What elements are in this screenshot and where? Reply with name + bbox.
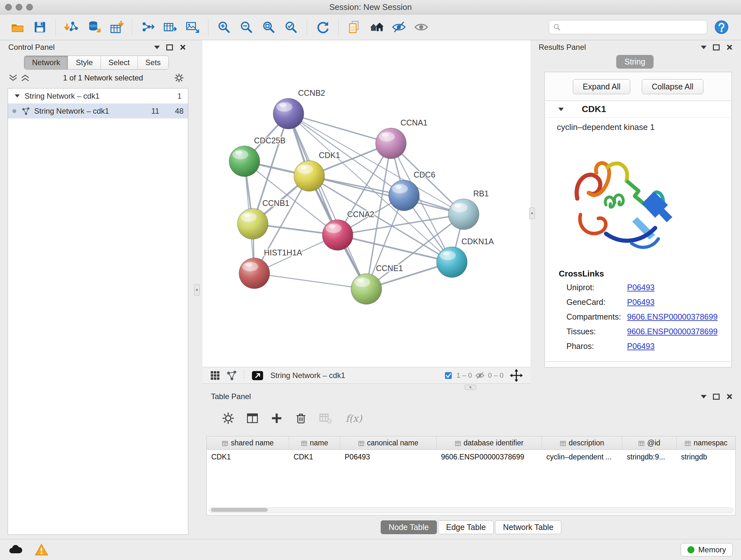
panel-menu-icon[interactable] [701,395,706,398]
function-builder-icon[interactable]: f(x) [346,413,362,424]
network-edge-CCNB2-CCNA1[interactable] [288,114,391,143]
tab-edge-table[interactable]: Edge Table [438,520,494,534]
table-cell[interactable]: stringdb [677,453,736,461]
hidden-elements-icon[interactable] [475,371,485,380]
panel-float-icon[interactable] [713,44,720,51]
network-edge-CDK1-RB1[interactable] [309,176,464,214]
tab-network-table[interactable]: Network Table [495,520,561,534]
column-header-canonical-name[interactable]: canonical name [340,436,436,449]
network-node-CDC25B[interactable]: CDC25B [229,136,286,177]
network-node-CCNB1[interactable]: CCNB1 [238,199,289,239]
crosslink-link[interactable]: P06493 [627,283,655,292]
panel-close-icon[interactable] [179,44,186,51]
tab-string[interactable]: String [616,55,654,69]
network-edge-CCNB2-CCNE1[interactable] [288,114,366,289]
tab-sets[interactable]: Sets [138,56,169,69]
collapse-all-button[interactable]: Collapse All [642,79,703,94]
splitter-handle[interactable] [465,385,476,390]
network-row-selected[interactable]: String Network – cdk1 11 48 [8,104,188,118]
network-collection-row[interactable]: String Network – cdk1 1 [8,88,188,104]
collapse-all-networks-icon[interactable] [20,73,30,83]
network-canvas[interactable]: CCNB2CCNA1CDC25BCDK1CDC6RB1CCNB1CCNA2CDK… [202,40,530,367]
protein-disclosure-icon[interactable] [558,108,563,111]
column-header-shared-name[interactable]: shared name [207,436,289,449]
column-header-namespac[interactable]: namespac [677,436,736,449]
panel-menu-icon[interactable] [154,46,160,49]
table-cell[interactable]: CDK1 [207,453,289,461]
table-cell[interactable]: P06493 [340,453,436,461]
warnings-icon[interactable] [35,543,49,557]
panel-menu-icon[interactable] [701,46,706,49]
save-session-icon[interactable] [32,19,48,35]
network-overview-icon[interactable] [368,19,385,35]
column-header-database-identifier[interactable]: database identifier [436,436,542,449]
crosslink-link[interactable]: 9606.ENSP00000378699 [627,327,718,336]
crosslink-link[interactable]: P06493 [627,341,655,351]
add-column-icon[interactable] [270,411,284,425]
expand-all-button[interactable]: Expand All [573,79,630,94]
network-view[interactable]: CCNB2CCNA1CDC25BCDK1CDC6RB1CCNB1CCNA2CDK… [202,40,530,367]
memory-button[interactable]: Memory [681,543,733,557]
panel-close-icon[interactable] [726,44,732,51]
table-cell[interactable]: CDK1 [289,453,340,461]
show-columns-icon[interactable] [246,411,259,425]
collection-disclosure-icon[interactable] [15,95,19,98]
table-row[interactable]: CDK1CDK1P064939606.ENSP00000378699cyclin… [207,450,735,464]
panel-float-icon[interactable] [713,394,720,400]
expand-all-networks-icon[interactable] [8,73,18,83]
panel-float-icon[interactable] [166,44,173,51]
network-node-CCNE1[interactable]: CCNE1 [351,264,403,304]
pan-tool-icon[interactable] [509,368,523,382]
column-header-name[interactable]: name [289,436,340,449]
column-header-@id[interactable]: @id [622,436,677,449]
table-options-gear-icon[interactable] [221,411,235,425]
network-view-share-icon[interactable] [226,370,238,381]
delete-column-icon[interactable] [294,411,308,425]
table-cell[interactable]: 9606.ENSP00000378699 [436,453,542,461]
help-icon[interactable] [714,20,729,35]
show-hide-icon[interactable] [413,19,429,35]
crosslink-link[interactable]: 9606.ENSP00000378699 [627,312,718,321]
export-network-icon[interactable] [140,19,156,35]
network-node-CDK1[interactable]: CDK1 [294,151,340,191]
cloud-status-icon[interactable] [8,543,22,557]
crosslink-link[interactable]: P06493 [627,298,655,307]
panel-close-icon[interactable] [726,393,732,400]
birdseye-view-icon[interactable] [251,368,265,382]
toolbar-separator [56,18,56,36]
table-cell[interactable]: stringdb:9... [622,453,677,461]
import-table-icon[interactable] [108,19,124,35]
tab-node-table[interactable]: Node Table [381,520,437,534]
scrollbar-thumb[interactable] [211,508,268,512]
selected-nodes-checkbox-icon[interactable] [444,371,453,380]
refresh-layout-icon[interactable] [315,19,331,35]
search-input[interactable] [563,22,703,32]
import-network-icon[interactable] [64,19,79,35]
tab-style[interactable]: Style [68,56,100,69]
zoom-fit-icon[interactable] [261,19,277,35]
zoom-in-icon[interactable] [216,19,232,35]
column-header-description[interactable]: description [542,436,622,449]
import-network-from-database-icon[interactable] [86,19,102,35]
tab-select[interactable]: Select [101,56,138,69]
network-options-gear-icon[interactable] [174,72,185,83]
network-node-CDC6[interactable]: CDC6 [389,170,435,211]
network-edge-HIST1H1A-CCNE1[interactable] [254,273,366,289]
network-node-CCNA1[interactable]: CCNA1 [376,118,428,159]
export-table-icon[interactable] [162,19,178,35]
splitter-handle[interactable] [194,284,200,296]
network-node-CCNB2[interactable]: CCNB2 [273,88,325,129]
zoom-out-icon[interactable] [239,19,254,35]
toggle-graphics-details-icon[interactable] [391,19,407,35]
open-session-icon[interactable] [10,19,25,35]
snapshot-document-icon[interactable] [346,19,362,35]
tab-network[interactable]: Network [24,56,68,69]
network-node-CDKN1A[interactable]: CDKN1A [436,237,494,277]
table-cell[interactable]: cyclin–dependent ... [542,453,622,461]
zoom-selected-icon[interactable] [283,19,299,35]
table-horizontal-scrollbar[interactable] [209,507,733,513]
network-node-RB1[interactable]: RB1 [448,189,489,230]
grid-view-icon[interactable] [209,370,221,381]
export-image-icon[interactable] [185,19,200,35]
network-node-HIST1H1A[interactable]: HIST1H1A [239,248,302,289]
